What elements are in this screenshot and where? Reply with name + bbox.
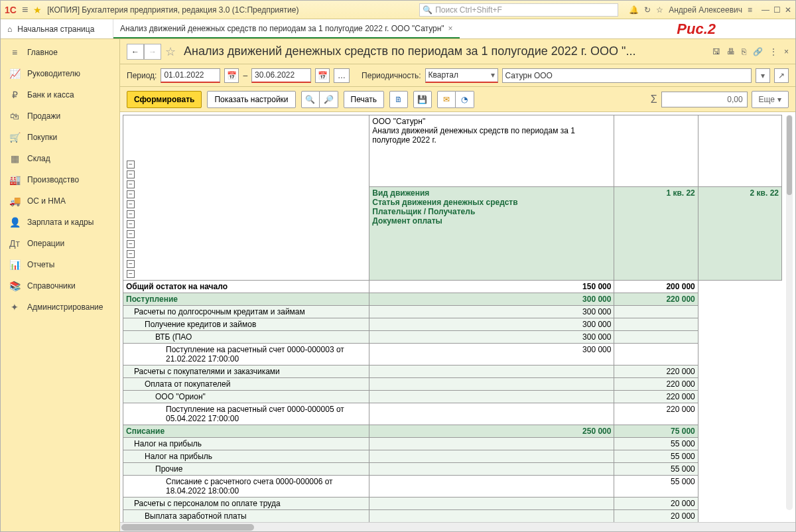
nav-item-4[interactable]: 🛒Покупки [1,127,119,148]
organization-dropdown-button[interactable]: ▾ [756,68,770,83]
star-icon[interactable]: ☆ [656,5,663,15]
main-menu-icon[interactable]: ≡ [22,4,28,16]
maximize-button[interactable]: ☐ [773,5,781,15]
close-button[interactable]: ✕ [785,5,791,15]
row-q1 [369,438,614,450]
back-button[interactable]: ← [127,44,144,60]
sum-box: Σ 0,00 Еще▾ [651,91,789,108]
favorites-icon[interactable]: ★ [33,5,42,15]
table-row[interactable]: Выплата заработной платы20 000 [123,510,782,523]
mail-button[interactable]: ✉ [437,91,456,108]
header-q1: 1 кв. 22 [614,187,698,281]
table-row[interactable]: ООО "Орион"220 000 [123,391,782,403]
nav-label: Операции [27,239,64,248]
tab-home[interactable]: ⌂ Начальная страница [1,19,113,38]
nav-item-11[interactable]: 📚Справочники [1,275,119,297]
period-picker-button[interactable]: … [334,68,350,83]
table-row[interactable]: Списание с расчетного счета 0000-000006 … [123,476,782,498]
history-icon[interactable]: ↻ [644,5,651,15]
report-company-cell: ООО "Сатурн" Анализ движений денежных ср… [369,115,614,187]
form-button[interactable]: Сформировать [127,91,202,108]
current-user[interactable]: Андрей Алексеевич [669,5,742,15]
nav-item-10[interactable]: 📊Отчеты [1,254,119,275]
organization-open-button[interactable]: ↗ [774,68,789,83]
report-area[interactable]: −−−−−−−−−−−− ООО "Сатурн" Анализ движени… [120,112,795,522]
date-to-input[interactable]: 30.06.2022 [251,68,311,83]
find-button[interactable]: 🔍 [301,91,320,108]
nav-label: Отчеты [27,260,54,269]
bell-icon[interactable]: 🔔 [629,5,639,15]
nav-item-8[interactable]: 👤Зарплата и кадры [1,212,119,233]
kebab-icon[interactable]: ⋮ [769,47,777,56]
table-row[interactable]: Поступление на расчетный счет 0000-00000… [123,403,782,425]
date-from-calendar-button[interactable]: 📅 [224,68,239,83]
table-row[interactable]: Расчеты с покупателями и заказчиками220 … [123,366,782,378]
vertical-scrollbar[interactable] [786,115,793,510]
global-search-input[interactable]: 🔍 Поиск Ctrl+Shift+F [419,3,618,17]
nav-item-1[interactable]: 📈Руководителю [1,63,119,84]
minimize-button[interactable]: — [762,5,769,15]
link-icon[interactable]: 🔗 [753,47,763,56]
table-row[interactable]: Прочие55 000 [123,463,782,476]
tree-gutter[interactable]: −−−−−−−−−−−− [123,115,369,281]
tab-close-icon[interactable]: × [448,24,453,33]
save-icon[interactable]: 🖫 [712,47,720,56]
nav-item-7[interactable]: 🚚ОС и НМА [1,190,119,212]
table-row[interactable]: Получение кредитов и займов300 000 [123,318,782,331]
table-row[interactable]: Оплата от покупателей220 000 [123,378,782,391]
chevron-down-icon: ▾ [777,95,781,104]
tab-report[interactable]: Анализ движений денежных средств по пери… [113,19,460,38]
row-name: Оплата от покупателей [123,378,369,391]
table-row[interactable]: Общий остаток на начало150 000200 000 [123,281,782,293]
show-settings-button[interactable]: Показать настройки [207,91,295,108]
date-to-calendar-button[interactable]: 📅 [315,68,330,83]
table-row[interactable]: Налог на прибыль55 000 [123,438,782,450]
row-q1 [369,403,614,425]
table-row[interactable]: Списание250 00075 000 [123,425,782,438]
nav-item-5[interactable]: ▦Склад [1,148,119,169]
nav-icon: ✦ [9,302,21,312]
table-row[interactable]: Расчеты с персоналом по оплате труда20 0… [123,498,782,510]
table-row[interactable]: Поступление на расчетный счет 0000-00000… [123,344,782,366]
nav-item-2[interactable]: ₽Банк и касса [1,84,119,105]
export-icon[interactable]: ⎘ [742,47,746,56]
scroll-thumb[interactable] [121,524,254,531]
settings-lines-icon[interactable]: ≡ [748,5,752,15]
row-q2 [614,331,698,344]
forward-button[interactable]: → [144,44,161,60]
save-report-button[interactable]: 💾 [413,91,432,108]
mail-settings-button[interactable]: ◔ [456,91,474,108]
nav-icon: 📈 [9,68,21,79]
nav-item-6[interactable]: 🏭Производство [1,169,119,190]
sum-value[interactable]: 0,00 [661,92,748,107]
horizontal-scrollbar[interactable] [120,522,795,531]
table-row[interactable]: ВТБ (ПАО300 000 [123,331,782,344]
date-from-input[interactable]: 01.01.2022 [161,68,220,83]
nav-icon: ₽ [9,90,21,100]
row-q2: 20 000 [614,510,698,523]
row-name: Расчеты с персоналом по оплате труда [123,498,369,510]
table-row[interactable]: Налог на прибыль55 000 [123,450,782,463]
row-q2: 220 000 [614,403,698,425]
preview-button[interactable]: 🗎 [389,91,408,108]
print-button[interactable]: Печать [344,91,384,108]
organization-input[interactable]: Сатурн ООО [502,68,752,83]
scroll-thumb[interactable] [787,115,792,195]
nav-icon: 👤 [9,217,21,228]
window-title: [КОПИЯ] Бухгалтерия предприятия, редакци… [47,5,298,15]
nav-item-0[interactable]: ≡Главное [1,42,119,63]
table-row[interactable]: Расчеты по долгосрочным кредитам и займа… [123,306,782,318]
nav-item-3[interactable]: 🛍Продажи [1,105,119,127]
find-next-button[interactable]: 🔎 [320,91,338,108]
nav-item-12[interactable]: ✦Администрирование [1,297,119,318]
row-q2: 55 000 [614,450,698,463]
search-placeholder: Поиск Ctrl+Shift+F [435,5,502,15]
periodicity-select[interactable]: Квартал ▾ [425,68,498,83]
nav-icon: 🏭 [9,174,21,185]
nav-item-9[interactable]: ДтОперации [1,233,119,254]
close-page-icon[interactable]: × [784,47,789,56]
table-row[interactable]: Поступление300 000220 000 [123,293,782,306]
star-outline-icon[interactable]: ☆ [165,44,176,59]
more-button[interactable]: Еще▾ [752,91,789,108]
print-header-icon[interactable]: 🖶 [727,47,735,56]
